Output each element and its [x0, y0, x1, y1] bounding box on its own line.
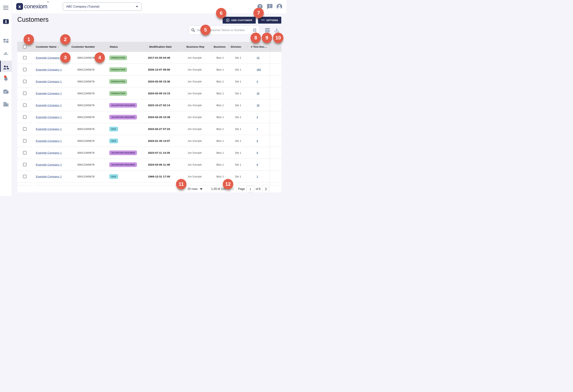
customer-number-cell: 00012345678 [66, 147, 108, 159]
column-header-customer-name[interactable]: Customer Name↑ [32, 42, 66, 52]
test-doc-count-link[interactable]: 13 [257, 56, 260, 59]
column-header-status[interactable]: Status [108, 42, 147, 52]
row-checkbox-cell [17, 159, 32, 170]
table-row: Example Company 1 00012345678 PRODUCTION… [17, 76, 282, 88]
column-header-modification-date[interactable]: Modification Date [147, 42, 184, 52]
annotation-circle-6: 6 [216, 8, 226, 18]
registered-symbol: ® [47, 1, 49, 3]
chevron-right-icon [265, 187, 267, 191]
business-cell: Bizz 1 [212, 88, 229, 99]
add-customer-button[interactable]: ADD CUSTOMER [223, 17, 256, 24]
customer-name-link[interactable]: Example Company 1 [36, 175, 62, 178]
customer-name-link[interactable]: Example Company 1 [36, 127, 62, 131]
test-doc-count-link[interactable]: 2 [257, 80, 258, 83]
customer-name-link[interactable]: Example Company 1 [36, 92, 62, 95]
status-badge: VALIDATION REQUIRED [109, 162, 137, 167]
dashboard-icon [3, 39, 8, 43]
modification-date-cell: 2020-12-07 09:50 [147, 64, 184, 75]
next-page-button[interactable] [263, 185, 269, 193]
row-checkbox-cell [17, 111, 32, 123]
row-checkbox-cell [17, 147, 32, 159]
division-cell: Div 1 [229, 99, 248, 111]
customers-table: Customer Name↑ Customer Number Status Mo… [17, 42, 282, 192]
test-doc-count-link[interactable]: 0 [257, 151, 258, 154]
status-cell: VALIDATION REQUIRED [108, 147, 147, 159]
status-badge: PRODUCTION [109, 91, 127, 96]
row-density-button[interactable] [264, 27, 270, 33]
account-button[interactable] [277, 4, 282, 9]
right-gutter-line [270, 44, 270, 185]
rows-per-page-value: 20 rows [188, 187, 197, 191]
plus-circle-icon [226, 18, 230, 22]
test-doc-count-link[interactable]: 3 [257, 116, 258, 119]
customer-name-link[interactable]: Example Company 1 [36, 163, 62, 166]
page-number-input[interactable] [246, 186, 254, 192]
test-doc-count-link[interactable]: 163 [257, 68, 261, 71]
customer-name-link[interactable]: Example Company 1 [36, 139, 62, 143]
company-selector[interactable]: ABC Company (Tutorial) [63, 2, 142, 11]
rows-per-page-select[interactable]: 20 rows [188, 187, 203, 191]
table-row: Example Company 1 00012345678 NEW 1969-1… [17, 171, 282, 182]
test-doc-count-link[interactable]: 10 [257, 104, 260, 107]
column-header-test-doc[interactable]: # Test Doc… [248, 42, 270, 52]
customer-name-link[interactable]: Example Company 1 [36, 56, 62, 59]
row-checkbox[interactable] [23, 151, 26, 154]
modification-date-cell: 2024-02-26 10:38 [147, 111, 184, 123]
customer-name-link[interactable]: Example Company 1 [36, 80, 62, 83]
test-doc-count-link[interactable]: 0 [257, 140, 258, 142]
row-checkbox[interactable] [23, 56, 26, 59]
customer-name-cell: Example Company 1 [32, 147, 66, 159]
row-checkbox[interactable] [23, 115, 26, 119]
test-doc-count-link[interactable]: 7 [257, 128, 258, 130]
customer-name-link[interactable]: Example Company 1 [36, 68, 62, 71]
customer-name-link[interactable]: Example Company 1 [36, 151, 62, 154]
menu-icon[interactable] [3, 6, 8, 10]
column-header-business[interactable]: Business [212, 42, 229, 52]
sidebar-item-notifications[interactable] [0, 74, 12, 84]
row-checkbox[interactable] [23, 68, 26, 71]
customer-name-cell: Example Company 1 [32, 159, 66, 170]
business-cell: Bizz 1 [212, 76, 229, 87]
feedback-button[interactable] [267, 4, 272, 9]
sidebar-item-customers[interactable] [0, 62, 12, 72]
row-checkbox[interactable] [23, 104, 26, 107]
row-checkbox[interactable] [23, 92, 26, 95]
notification-dot [4, 75, 6, 78]
row-checkbox-cell [17, 64, 32, 75]
export-button[interactable] [274, 27, 280, 33]
row-checkbox[interactable] [23, 80, 26, 83]
column-header-business-rep[interactable]: Business Rep [184, 42, 212, 52]
column-header-customer-number[interactable]: Customer Number [66, 42, 108, 52]
test-doc-count-link[interactable]: 15 [257, 92, 260, 95]
business-cell: Bizz 1 [212, 135, 229, 147]
filter-button[interactable] [252, 28, 257, 32]
customer-name-cell: Example Company 1 [32, 135, 66, 147]
status-badge: VALIDATION REQUIRED [109, 103, 137, 108]
column-header-division[interactable]: Division [229, 42, 248, 52]
customers-page: { "brand": { "wordmark": "conexiom", "ma… [0, 0, 286, 196]
chevron-left-icon [232, 187, 234, 191]
document-icon [3, 90, 8, 94]
business-cell: Bizz 1 [212, 111, 229, 123]
test-doc-count-link[interactable]: 0 [257, 163, 258, 166]
table-row: Example Company 1 00012345678 NEW 2024-0… [17, 123, 282, 135]
sidebar-item-contacts[interactable] [0, 17, 12, 27]
customer-name-cell: Example Company 1 [32, 123, 66, 135]
select-all-checkbox[interactable] [23, 45, 26, 48]
customer-number-cell: 00012345678 [66, 123, 108, 135]
customer-name-link[interactable]: Example Company 1 [36, 104, 62, 107]
sidebar-item-dashboard[interactable] [0, 36, 12, 46]
annotation-circle-8: 8 [251, 33, 261, 43]
annotation-circle-11: 11 [176, 179, 186, 189]
customer-name-link[interactable]: Example Company 1 [36, 116, 62, 119]
row-checkbox[interactable] [23, 175, 26, 178]
test-doc-count-link[interactable]: 1 [257, 175, 258, 178]
row-checkbox[interactable] [23, 127, 26, 131]
modification-date-cell: 2024-03-06 11:48 [147, 159, 184, 170]
sidebar-item-reports[interactable] [0, 48, 12, 58]
sidebar-item-company[interactable] [0, 99, 12, 109]
sidebar-item-documents[interactable] [0, 87, 12, 97]
row-checkbox[interactable] [23, 163, 26, 166]
options-button[interactable]: ••• OPTIONS [258, 17, 281, 24]
row-checkbox[interactable] [23, 139, 26, 143]
